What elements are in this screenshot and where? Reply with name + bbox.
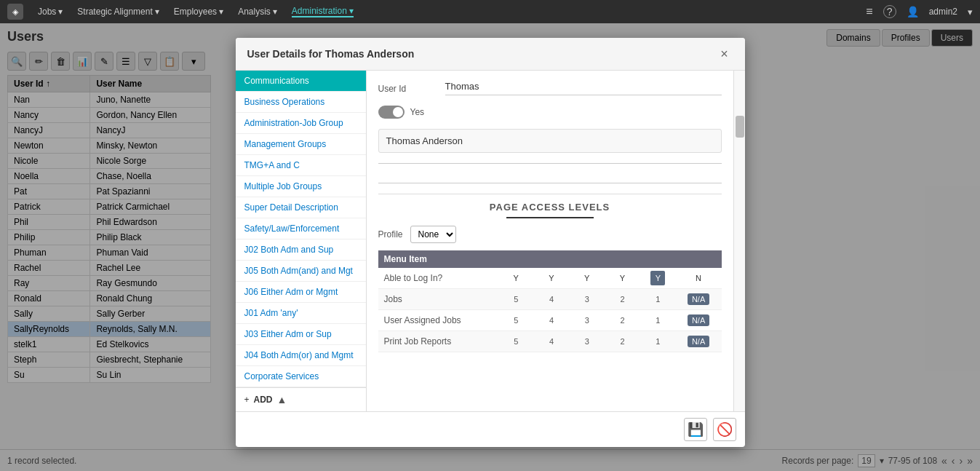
modal-title: User Details for Thomas Anderson [247,48,415,60]
access-title: PAGE ACCESS LEVELS [378,202,722,213]
modal-overlay: User Details for Thomas Anderson × Commu… [0,23,980,471]
active-toggle[interactable] [378,106,405,119]
save-button[interactable]: 💾 [684,418,707,441]
uaj-3[interactable]: 3 [580,313,594,328]
nav-jobs[interactable]: Jobs ▾ [38,7,63,17]
pjr-2[interactable]: 2 [616,334,630,349]
full-name-field[interactable]: Thomas Anderson [378,129,722,153]
modal-header: User Details for Thomas Anderson × [236,38,745,71]
yn-y3[interactable]: Y [580,271,594,285]
nav-employees[interactable]: Employees ▾ [174,7,223,17]
sidebar-item[interactable]: Management Groups [236,134,366,155]
sidebar-item[interactable]: Super Detail Description [236,197,366,218]
toggle-knob [393,107,403,117]
jobs-2[interactable]: 2 [616,292,630,306]
jobs-label: Jobs [378,289,498,310]
yn-n[interactable]: N [691,271,706,285]
help-icon[interactable]: ? [883,5,896,18]
modal-right-scrollbar[interactable] [733,71,745,411]
cancel-button[interactable]: 🚫 [713,418,736,441]
toggle-label: Yes [410,107,425,117]
user-assigned-jobs-label: User Assigned Jobs [378,310,498,331]
jobs-4[interactable]: 4 [544,292,559,306]
nav-analysis[interactable]: Analysis ▾ [238,7,277,17]
sidebar-item[interactable]: J06 Either Adm or Mgmt [236,282,366,303]
print-job-reports-row: Print Job Reports 5 4 3 2 1 N/A [378,331,722,352]
toggle-row: Yes [378,106,722,119]
yn-y2[interactable]: Y [544,271,559,285]
jobs-3[interactable]: 3 [580,292,594,306]
user-label[interactable]: admin2 [929,7,957,17]
nav-right-section: ≡ ? 👤 admin2 ▾ [866,5,973,18]
nav-administration[interactable]: Administration ▾ [292,6,354,17]
pjr-4[interactable]: 4 [544,334,559,349]
sidebar-item[interactable]: J05 Both Adm(and) and Mgt [236,261,366,282]
yn-y5-active[interactable]: Y [650,271,665,285]
sidebar-item[interactable]: J04 Both Adm(or) and Mgmt [236,345,366,366]
user-id-label: User Id [378,81,437,94]
sidebar-item[interactable]: Corporate Services [236,366,366,387]
app-logo: ◈ [7,4,23,20]
add-label: ADD [254,395,273,405]
sidebar-item[interactable]: J01 Adm 'any' [236,303,366,324]
jobs-1[interactable]: 1 [650,292,665,306]
able-to-login-row: Able to Log In? Y Y Y Y Y N [378,268,722,289]
modal-close-button[interactable]: × [716,45,733,63]
pjr-na[interactable]: N/A [688,336,709,347]
modal-sidebar: CommunicationsBusiness OperationsAdminis… [236,71,367,411]
access-underline [506,217,594,218]
top-navigation: ◈ Jobs ▾ Strategic Alignment ▾ Employees… [0,0,980,23]
uaj-4[interactable]: 4 [544,313,559,328]
uaj-na[interactable]: N/A [688,314,709,326]
uaj-2[interactable]: 2 [616,313,630,328]
settings-icon[interactable]: ≡ [866,5,872,18]
pjr-5[interactable]: 5 [509,334,523,349]
sidebar-item[interactable]: Safety/Law/Enforcement [236,218,366,240]
print-job-reports-label: Print Job Reports [378,331,498,352]
access-level-header [498,250,722,268]
jobs-na[interactable]: N/A [688,293,709,305]
add-arrow-icon: ▲ [277,394,287,405]
sidebar-item[interactable]: J02 Both Adm and Sup [236,240,366,261]
sidebar-item[interactable]: J03 Either Adm or Sup [236,324,366,345]
main-area: Users 🔍 ✏ 🗑 📊 ✎ ☰ ▽ 📋 ▾ Domains Profiles… [0,23,980,471]
modal-footer: 💾 🚫 [236,411,745,447]
user-id-row: User Id Thomas [378,81,722,95]
modal-body: CommunicationsBusiness OperationsAdminis… [236,71,745,411]
user-icon: 👤 [907,6,919,17]
user-assigned-jobs-row: User Assigned Jobs 5 4 3 2 1 N/A [378,310,722,331]
jobs-5[interactable]: 5 [509,292,523,306]
add-button[interactable]: + ADD ▲ [236,387,366,411]
user-details-modal: User Details for Thomas Anderson × Commu… [236,38,745,447]
sidebar-item[interactable]: TMG+A and C [236,155,366,176]
nav-strategic-alignment[interactable]: Strategic Alignment ▾ [77,7,159,17]
uaj-5[interactable]: 5 [509,313,523,328]
uaj-1[interactable]: 1 [650,313,665,328]
yn-y1[interactable]: Y [509,271,523,285]
sidebar-item[interactable]: Multiple Job Groups [236,176,366,197]
profile-label: Profile [378,229,403,240]
jobs-row: Jobs 5 4 3 2 1 N/A [378,289,722,310]
access-table: Menu Item Able to Log In? Y [378,250,722,352]
pjr-3[interactable]: 3 [580,334,594,349]
access-levels-section: PAGE ACCESS LEVELS Profile None [378,194,722,352]
yn-y4[interactable]: Y [616,271,630,285]
sidebar-item[interactable]: Communications [236,71,366,92]
modal-content: User Id Thomas Yes Thomas Anderson [367,71,733,411]
plus-icon: + [244,395,250,405]
profile-select[interactable]: None [410,226,456,243]
sidebar-item[interactable]: Administration-Job Group [236,113,366,134]
able-to-login-label: Able to Log In? [378,268,498,289]
menu-item-header: Menu Item [378,250,498,268]
sidebar-item[interactable]: Business Operations [236,92,366,113]
user-id-value: Thomas [445,81,722,95]
profile-row: Profile None [378,226,722,243]
pjr-1[interactable]: 1 [650,334,665,349]
